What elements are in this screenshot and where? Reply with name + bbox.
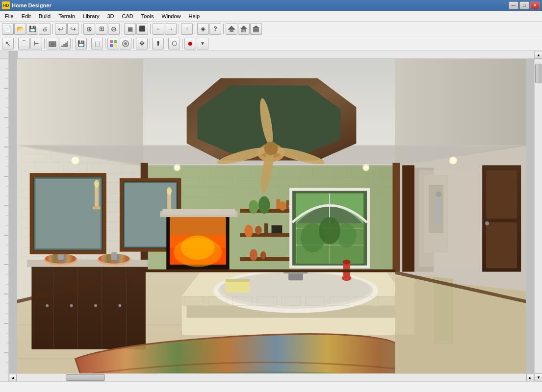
texture-button[interactable] bbox=[120, 38, 131, 49]
zoom-out-button[interactable]: ⊖ bbox=[108, 23, 120, 35]
scroll-left-button[interactable]: ◄ bbox=[9, 374, 17, 381]
undo-button[interactable]: ↩ bbox=[55, 23, 67, 35]
top-ruler-svg bbox=[18, 51, 534, 59]
room-scene-svg bbox=[9, 59, 534, 373]
tb2-sep-3 bbox=[73, 39, 73, 49]
save2-button[interactable]: 💾 bbox=[75, 38, 87, 49]
svg-point-223 bbox=[249, 200, 258, 214]
svg-point-167 bbox=[451, 158, 456, 163]
roof-icon bbox=[228, 25, 235, 33]
hscroll-thumb[interactable] bbox=[66, 374, 105, 381]
svg-rect-201 bbox=[35, 179, 100, 248]
menu-tools[interactable]: Tools bbox=[137, 11, 158, 21]
svg-rect-271 bbox=[436, 199, 441, 223]
svg-point-229 bbox=[244, 225, 253, 238]
transform-button[interactable]: ⬡ bbox=[168, 38, 180, 49]
menu-terrain[interactable]: Terrain bbox=[54, 11, 79, 21]
scroll-down-button[interactable]: ▼ bbox=[535, 373, 542, 381]
material-icon bbox=[109, 40, 117, 48]
help-button[interactable]: ? bbox=[209, 23, 221, 35]
svg-point-161 bbox=[73, 158, 78, 163]
svg-rect-263 bbox=[226, 279, 250, 282]
menu-cad[interactable]: CAD bbox=[118, 11, 137, 21]
canvas-wrapper[interactable]: ◄ ► bbox=[9, 51, 534, 381]
room-tool-button[interactable]: ⬚ bbox=[91, 38, 103, 49]
3d-view-canvas[interactable] bbox=[9, 59, 534, 373]
select-tool-button[interactable]: ↖ bbox=[2, 38, 14, 49]
svg-point-209 bbox=[94, 180, 99, 188]
scroll-up-button[interactable]: ▲ bbox=[535, 51, 542, 59]
svg-point-224 bbox=[258, 196, 270, 214]
record-button[interactable]: ⏺ bbox=[184, 38, 196, 49]
minimize-button[interactable]: — bbox=[509, 1, 518, 9]
cabinet-button[interactable] bbox=[47, 38, 58, 49]
horizontal-scrollbar: ◄ ► bbox=[9, 373, 534, 381]
svg-point-233 bbox=[250, 249, 258, 261]
place-obj-button[interactable]: ◈ bbox=[197, 23, 209, 35]
svg-point-243 bbox=[319, 217, 340, 244]
maximize-button[interactable]: □ bbox=[519, 1, 529, 9]
hscroll-track bbox=[17, 374, 526, 381]
toolbar-separator-5 bbox=[179, 24, 179, 34]
stairs-icon bbox=[61, 40, 69, 48]
open-button[interactable]: 📂 bbox=[14, 23, 26, 35]
toolbar-separator-7 bbox=[223, 24, 224, 34]
line-tool-button[interactable]: ⊢ bbox=[30, 38, 42, 49]
scroll-right-button[interactable]: ► bbox=[526, 374, 534, 381]
svg-rect-17 bbox=[110, 40, 113, 43]
wall-select-button[interactable]: ⬛ bbox=[136, 23, 148, 35]
svg-point-12 bbox=[53, 44, 54, 45]
up-button[interactable]: ↑ bbox=[181, 23, 193, 35]
menu-edit[interactable]: Edit bbox=[18, 11, 35, 21]
svg-rect-208 bbox=[93, 206, 101, 209]
menu-help[interactable]: Help bbox=[185, 11, 204, 21]
svg-point-174 bbox=[264, 142, 278, 155]
vertical-scrollbar: ▲ ▼ bbox=[534, 51, 542, 381]
svg-rect-18 bbox=[114, 40, 117, 43]
house-button[interactable] bbox=[238, 23, 250, 35]
vscroll-thumb[interactable] bbox=[535, 64, 542, 83]
svg-rect-16 bbox=[67, 41, 68, 47]
arc-tool-button[interactable]: ⌒ bbox=[18, 38, 30, 49]
stairs-button[interactable] bbox=[59, 38, 71, 49]
menu-build[interactable]: Build bbox=[35, 11, 54, 21]
menu-file[interactable]: File bbox=[1, 11, 18, 21]
tb2-sep-6 bbox=[133, 39, 134, 49]
nav-left-button[interactable]: ← bbox=[153, 23, 164, 35]
redo-button[interactable]: ↪ bbox=[67, 23, 79, 35]
up-tool-button[interactable]: ⬆ bbox=[152, 38, 164, 49]
material-tool-button[interactable] bbox=[107, 38, 119, 49]
select-region-button[interactable]: ▦ bbox=[124, 23, 136, 35]
toolbar-1: 📄 📂 💾 🖨 ↩ ↪ ⊕ ⊞ ⊖ ▦ ⬛ ← → ↑ ◈ ? bbox=[0, 22, 542, 36]
svg-point-22 bbox=[124, 42, 127, 45]
svg-marker-274 bbox=[395, 275, 414, 334]
tb2-sep-4 bbox=[89, 39, 89, 49]
house-icon bbox=[240, 25, 248, 33]
app-icon: HD bbox=[2, 1, 10, 9]
nav-right-button[interactable]: → bbox=[165, 23, 177, 35]
left-ruler-ticks bbox=[0, 59, 9, 372]
menu-3d[interactable]: 3D bbox=[103, 11, 118, 21]
menu-window[interactable]: Window bbox=[157, 11, 184, 21]
tb2-sep-5 bbox=[105, 39, 105, 49]
save-button[interactable]: 💾 bbox=[26, 23, 38, 35]
svg-point-266 bbox=[343, 260, 351, 265]
move-tool-button[interactable]: ✥ bbox=[136, 38, 148, 49]
texture-icon bbox=[122, 40, 129, 48]
zoom-fit-button[interactable]: ⊞ bbox=[96, 23, 107, 35]
svg-rect-231 bbox=[264, 223, 268, 233]
svg-point-226 bbox=[279, 201, 286, 211]
record-more-button[interactable]: ▼ bbox=[197, 38, 208, 49]
svg-point-186 bbox=[94, 304, 97, 307]
menu-library[interactable]: Library bbox=[79, 11, 103, 21]
svg-rect-19 bbox=[110, 44, 113, 47]
svg-rect-15 bbox=[65, 43, 67, 47]
roof-button[interactable] bbox=[226, 23, 237, 35]
close-button[interactable]: ✕ bbox=[530, 1, 540, 9]
svg-point-230 bbox=[255, 226, 262, 235]
print-button[interactable]: 🖨 bbox=[39, 23, 51, 35]
garage-button[interactable] bbox=[250, 23, 262, 35]
zoom-in-button[interactable]: ⊕ bbox=[83, 23, 95, 35]
new-button[interactable]: 📄 bbox=[2, 23, 14, 35]
vscroll-track bbox=[535, 59, 542, 373]
